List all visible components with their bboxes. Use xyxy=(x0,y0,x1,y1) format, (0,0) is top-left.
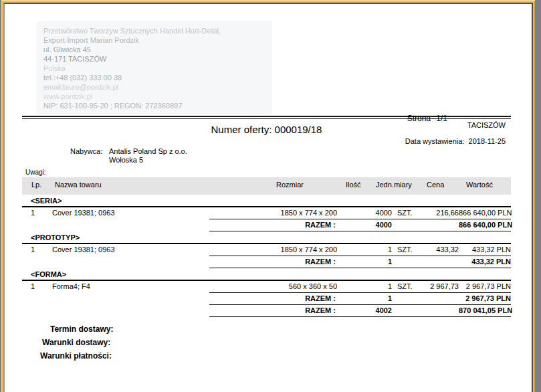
cell-name: Cover 19381; 0963 xyxy=(52,244,209,256)
cell-empty xyxy=(22,219,52,231)
buyer-address: Wołoska 5 xyxy=(109,156,187,165)
issue-date-line: Data wystawienia: 2018-11-25 xyxy=(405,137,506,145)
company-line: tel.:+48 (032) 333 00 38 xyxy=(43,73,265,82)
cell-empty xyxy=(392,293,422,304)
col-header-unit: Jedn.miary xyxy=(376,181,412,189)
document-page: Przetwórstwo Tworzyw Sztucznych Handel H… xyxy=(3,3,533,392)
col-header-qty: Ilość xyxy=(346,181,361,189)
total-value: 2 967,73 PLN xyxy=(459,293,511,304)
cell-size: 1850 x 774 x 200 xyxy=(209,244,340,256)
cell-empty xyxy=(22,256,52,268)
col-header-value: Wartość xyxy=(466,181,493,189)
table-header-row: Lp. Nazwa towaru Rozmiar Ilość Jedn.miar… xyxy=(22,177,511,195)
cell-qty: 4000 xyxy=(340,207,392,219)
total-value: 433,32 PLN xyxy=(459,256,511,268)
total-value: 866 640,00 PLN xyxy=(459,219,512,231)
cell-unit: SZT. xyxy=(392,281,422,292)
row-divider xyxy=(209,316,511,317)
section-title-seria: <SERIA> xyxy=(22,197,511,207)
cell-empty xyxy=(392,256,422,268)
cell-price: 216,66 xyxy=(422,207,459,219)
total-label: RAZEM : xyxy=(209,293,340,304)
total-qty: 4000 xyxy=(340,219,392,231)
cell-empty xyxy=(422,256,459,268)
cell-lp: 1 xyxy=(22,281,52,292)
notes-label: Uwagi: xyxy=(25,169,511,177)
print-preview-window: Przetwórstwo Tworzyw Sztucznych Handel H… xyxy=(0,0,541,392)
row-divider xyxy=(209,268,511,268)
cell-lp: 1 xyxy=(22,207,52,219)
cell-qty: 1 xyxy=(340,281,392,292)
buyer-block: Nabywca: Antalis Poland Sp z o.o. Wołosk… xyxy=(70,147,511,166)
table-row: 1 Cover 19381; 0963 1850 x 774 x 200 400… xyxy=(22,207,511,219)
section-total-row: RAZEM : 4000 866 640,00 PLN xyxy=(22,219,511,231)
company-line: NIP: 631-100-95-20 ; REGON: 272360897 xyxy=(43,101,265,110)
cell-empty xyxy=(22,293,52,304)
company-line: www.pordzik.pl xyxy=(43,92,265,101)
grand-total-value: 870 041,05 PLN xyxy=(459,305,512,316)
issue-date-label: Data wystawienia: xyxy=(405,137,465,145)
cell-empty xyxy=(52,305,209,316)
cell-price: 433,32 xyxy=(422,244,459,256)
cell-empty xyxy=(392,305,422,316)
cell-name: Cover 19381; 0963 xyxy=(52,207,209,219)
delivery-conditions-label: Warunki dostawy: xyxy=(42,336,511,349)
cell-empty xyxy=(22,305,52,316)
company-letterhead: Przetwórstwo Tworzyw Sztucznych Handel H… xyxy=(37,21,272,114)
cell-value: 2 967,73 PLN xyxy=(459,281,511,292)
buyer-value: Antalis Poland Sp z o.o. Wołoska 5 xyxy=(109,147,187,166)
cell-empty xyxy=(422,305,459,316)
company-line: ul. Gliwicka 45 xyxy=(43,45,265,54)
cell-size: 1850 x 774 x 200 xyxy=(209,207,340,219)
table-row: 1 Cover 19381; 0963 1850 x 774 x 200 1 S… xyxy=(22,244,511,256)
col-header-lp: Lp. xyxy=(31,181,41,189)
window-frame: Przetwórstwo Tworzyw Sztucznych Handel H… xyxy=(1,0,535,392)
section-total-row: RAZEM : 1 433,32 PLN xyxy=(22,256,511,268)
cell-empty xyxy=(52,219,209,231)
cell-lp: 1 xyxy=(22,244,52,256)
cell-unit: SZT. xyxy=(392,244,422,256)
company-line: email:biuro@pordzik.pl xyxy=(43,82,265,92)
total-qty: 1 xyxy=(340,256,392,268)
col-header-name: Nazwa towaru xyxy=(55,181,102,189)
terms-block: Termin dostawy: Warunki dostawy: Warunki… xyxy=(22,322,511,363)
buyer-name: Antalis Poland Sp z o.o. xyxy=(109,147,187,156)
total-label: RAZEM : xyxy=(209,256,340,268)
cell-size: 560 x 360 x 50 xyxy=(209,281,340,292)
cell-unit: SZT. xyxy=(392,207,422,219)
title-row: Numer oferty: 000019/18 TACISZÓW Data wy… xyxy=(22,119,511,147)
col-header-size: Rozmiar xyxy=(276,181,304,189)
cell-empty xyxy=(52,293,209,304)
grand-total-label: RAZEM : xyxy=(209,305,340,316)
cell-value: 866 640,00 PLN xyxy=(459,207,512,219)
table-row: 1 Forma4; F4 560 x 360 x 50 1 SZT. 2 967… xyxy=(22,281,511,292)
document-content: Przetwórstwo Tworzyw Sztucznych Handel H… xyxy=(5,21,532,392)
col-header-price: Cena xyxy=(427,181,444,189)
payment-conditions-label: Warunki płatności: xyxy=(40,349,511,363)
grand-total-row: RAZEM : 4002 870 041,05 PLN xyxy=(22,305,511,316)
row-divider xyxy=(209,231,511,231)
buyer-label: Nabywca: xyxy=(70,147,109,166)
section-title-prototyp: <PROTOTYP> xyxy=(22,233,511,244)
city-label: TACISZÓW xyxy=(467,121,506,129)
total-label: RAZEM : xyxy=(209,219,340,231)
cell-price: 2 967,73 xyxy=(422,281,459,292)
offer-number-title: Numer oferty: 000019/18 xyxy=(22,124,511,135)
issue-date-value: 2018-11-25 xyxy=(469,137,506,145)
cell-name: Forma4; F4 xyxy=(52,281,209,292)
company-line: Export-Import Marian Pordzik xyxy=(43,35,265,45)
cell-qty: 1 xyxy=(340,244,392,256)
grand-total-qty: 4002 xyxy=(340,305,392,316)
company-line: Polska xyxy=(43,64,265,73)
section-total-row: RAZEM : 1 2 967,73 PLN xyxy=(22,293,511,304)
delivery-term-label: Termin dostawy: xyxy=(50,322,511,336)
company-line: Przetwórstwo Tworzyw Sztucznych Handel H… xyxy=(43,26,265,35)
cell-empty xyxy=(392,219,422,231)
cell-empty xyxy=(422,219,459,231)
cell-value: 433,32 PLN xyxy=(459,244,511,256)
section-title-forma: <FORMA> xyxy=(22,270,511,281)
total-qty: 1 xyxy=(340,293,392,304)
cell-empty xyxy=(52,256,209,268)
cell-empty xyxy=(422,293,459,304)
company-line: 44-171 TACISZÓW xyxy=(43,54,265,64)
